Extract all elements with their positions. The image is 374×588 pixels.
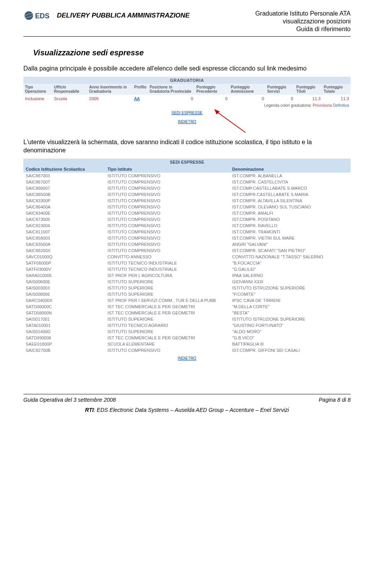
sedi-cell-denom: IPAA SALERNO (230, 272, 351, 279)
sedi-cell-tipo: ISTITUTO SUPERIORE (105, 279, 230, 285)
table-row: SATA010001ISTITUTO TECNICO AGRARIO"GIUST… (23, 322, 351, 328)
sedi-cell-codice: SAIC858003 (23, 235, 105, 241)
col-punt-tit: Punteggio Titoli (295, 84, 322, 95)
col-posizione: Posizione in Gradutoria Provinciale (148, 84, 195, 95)
cell-ufficio-resp: Scuola (53, 95, 88, 102)
sedi-cell-tipo: ISTITUTO COMPRENSIVO (105, 247, 230, 254)
sedi-cell-codice: SAIC823004 (23, 222, 105, 229)
sedi-col-codice: Codice Istituzione Scolastica (23, 166, 105, 173)
table-row: SAIS00600EISTITUTO SUPERIOREGIOVANNI XXI… (23, 279, 351, 285)
sedi-title: SEDI ESPRESSE (23, 159, 351, 166)
indietro-link-2[interactable]: INDIETRO (178, 356, 196, 360)
indietro-link-1[interactable]: INDIETRO (178, 120, 196, 124)
sedi-cell-denom: ANGRI "GALVANI" (230, 241, 351, 247)
cell-punt-tit: 11.3 (295, 95, 322, 102)
footer-rti: RTI: EDS Electronic Data Systems – Ausel… (23, 407, 351, 413)
sedi-cell-tipo: ISTITUTO COMPRENSIVO (105, 229, 230, 235)
sedi-cell-denom: IST.COMPR. SCAFATI "SAN PIETRO" (230, 247, 351, 254)
table-row: SAIC88200XISTITUTO COMPRENSIVOIST.COMPR.… (23, 247, 351, 254)
sedi-cell-codice: SAIC86700T (23, 179, 105, 185)
table-row: SAIS003003ISTITUTO SUPERIOREISTITUTO IST… (23, 285, 351, 291)
table-row: SATD090008IST TEC COMMERCIALE E PER GEOM… (23, 335, 351, 341)
table-row: SAIS008006ISTITUTO SUPERIORE"P.COMITE" (23, 291, 351, 297)
sedi-cell-codice: SAIC83400E (23, 210, 105, 216)
sedi-cell-codice: SAIS003003 (23, 285, 105, 291)
table-row: SAIS01400DISTITUTO SUPERIORE"ALDO MORO" (23, 328, 351, 335)
col-punt-amm: Punteggio Ammissione (229, 84, 266, 95)
header-right-line1: Graduatorie Istituto Personale ATA (255, 10, 351, 18)
sedi-cell-codice: SATD06000C (23, 304, 105, 310)
graduatoria-title: GRADUATORIA (23, 77, 351, 84)
sedi-cell-codice: SAIC82700B (23, 347, 105, 353)
sedi-cell-codice: SARC04000X (23, 297, 105, 304)
sedi-cell-codice: SATF03000V (23, 266, 105, 272)
sedi-cell-codice: SAEE01800P (23, 341, 105, 347)
sedi-cell-tipo: ISTITUTO COMPRENSIVO (105, 179, 230, 185)
table-row: SATD06000CIST TEC COMMERCIALE E PER GEOM… (23, 304, 351, 310)
graduatoria-header-row: Tipo Operazione Ufficio Responsabile Ann… (23, 84, 351, 95)
sedi-cell-codice: SAIC83500A (23, 241, 105, 247)
sedi-cell-denom: "B.FOCACCIA" (230, 260, 351, 266)
eds-logo-icon: EDS (23, 10, 55, 21)
sedi-cell-denom: IST.COMPR. AMALFI (230, 210, 351, 216)
graduatoria-data-row: Inclusione Scuola 2005 AA 0 0 0 0 11.3 1… (23, 95, 351, 102)
sedi-cell-denom: "G.B.VICO" (230, 335, 351, 341)
sedi-cell-tipo: ISTITUTO COMPRENSIVO (105, 222, 230, 229)
sedi-cell-codice: SAIC887003 (23, 173, 105, 179)
sedi-cell-denom: IST.COMPR.CASTELLABATE S.MARIA (230, 191, 351, 198)
footer-page: Pagina 8 di 8 (319, 397, 351, 403)
table-row: SAIC887003ISTITUTO COMPRENSIVOIST.COMPR.… (23, 173, 351, 179)
sedi-cell-denom: IST.COMPR. ALBANELLA (230, 173, 351, 179)
header-right-line2: visualizzazione posizioni (255, 18, 351, 25)
sedi-cell-denom: IST.COMPR. RAVELLO (230, 222, 351, 229)
table-row: SAIS017001ISTITUTO SUPERIOREISTITUTO IST… (23, 316, 351, 322)
sedi-cell-codice: SAIC873005 (23, 216, 105, 222)
sedi-cell-denom: IST.COMPR. ALTAVILLA SILENTINA (230, 198, 351, 204)
cell-punt-prec: 0 (195, 95, 229, 102)
sedi-cell-codice: SAIC86400A (23, 204, 105, 210)
footer-divider (23, 394, 351, 394)
table-row: SARA010005IST PROF PER L'AGRICOLTURAIPAA… (23, 272, 351, 279)
col-ufficio-resp: Ufficio Responsabile (53, 84, 88, 95)
sedi-cell-denom: IST.COMPR. VIETRI SUL MARE (230, 235, 351, 241)
sedi-cell-tipo: ISTITUTO COMPRENSIVO (105, 204, 230, 210)
sedi-espresse-link[interactable]: SEDI ESPRESSE (171, 111, 203, 115)
sedi-cell-denom: IST.COMPR. CASTELCIVITA (230, 179, 351, 185)
sedi-cell-codice: SAIS017001 (23, 316, 105, 322)
svg-text:EDS: EDS (35, 12, 49, 20)
sedi-col-tipo: Tipo Istituto (105, 166, 230, 173)
sedi-cell-codice: SAIS008006 (23, 291, 105, 297)
section-title: Visualizzazione sedi espresse (33, 48, 351, 57)
sedi-cell-codice: SATD08000N (23, 310, 105, 316)
legend-definitiva: Definitiva (333, 103, 349, 108)
svg-line-3 (217, 112, 245, 132)
sedi-cell-codice: SAIC81100T (23, 229, 105, 235)
graduatoria-table: GRADUATORIA Tipo Operazione Ufficio Resp… (23, 77, 351, 126)
sedi-cell-tipo: ISTITUTO TECNICO AGRARIO (105, 322, 230, 328)
col-punt-serv: Punteggio Servizi (266, 84, 295, 95)
sedi-table: SEDI ESPRESSE Codice Istituzione Scolast… (23, 159, 351, 363)
sedi-cell-denom: "P.COMITE" (230, 291, 351, 297)
cell-punt-tot: 11.3 (322, 95, 351, 102)
sedi-cell-denom: "BESTA" (230, 310, 351, 316)
sedi-cell-tipo: ISTITUTO COMPRENSIVO (105, 241, 230, 247)
col-punt-tot: Punteggio Totale (322, 84, 351, 95)
document-header: EDS DELIVERY PUBBLICA AMMINISTRAZIONE Gr… (23, 10, 351, 33)
sedi-cell-codice: SAIS01400D (23, 328, 105, 335)
col-profilo: Profilo (132, 84, 148, 95)
profilo-link[interactable]: AA (134, 96, 140, 101)
cell-profilo: AA (132, 95, 148, 102)
table-row: SAIC83500AISTITUTO COMPRENSIVOANGRI "GAL… (23, 241, 351, 247)
table-row: SAIC823004ISTITUTO COMPRENSIVOIST.COMPR.… (23, 222, 351, 229)
table-row: SATD08000NIST TEC COMMERCIALE E PER GEOM… (23, 310, 351, 316)
sedi-cell-tipo: ISTITUTO TECNICO INDUSTRIALE (105, 260, 230, 266)
sedi-cell-tipo: ISTITUTO COMPRENSIVO (105, 191, 230, 198)
sedi-cell-codice: SAIC83300P (23, 198, 105, 204)
sedi-cell-denom: IST.COMP.CASTELLABATE S.MARCO (230, 185, 351, 191)
sedi-cell-tipo: IST PROF PER I SERVIZI COMM , TUR E DELL… (105, 297, 230, 304)
sedi-cell-codice: SAVC01000Q (23, 254, 105, 260)
sedi-cell-tipo: IST TEC COMMERCIALE E PER GEOMETRI (105, 335, 230, 341)
sedi-cell-codice: SARA010005 (23, 272, 105, 279)
table-row: SAIC82700BISTITUTO COMPRENSIVOIST.COMPR.… (23, 347, 351, 353)
sedi-cell-tipo: IST TEC COMMERCIALE E PER GEOMETRI (105, 304, 230, 310)
